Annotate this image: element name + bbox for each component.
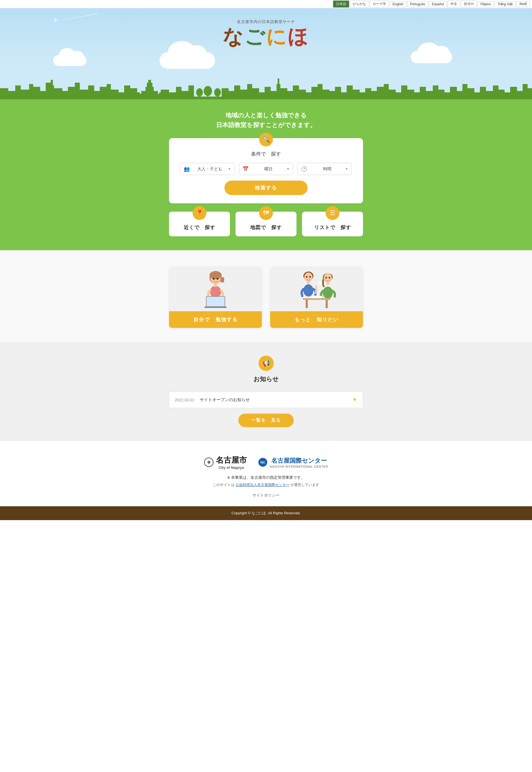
list-icon-circle: ☰ [326, 206, 339, 220]
lang-chinese[interactable]: 中文 [447, 1, 460, 7]
calendar-icon: 📅 [242, 166, 249, 172]
dropdown2-text: 曜日 [251, 166, 287, 172]
day-select[interactable]: 📅 曜日 ▼ [239, 163, 293, 175]
learn-more-card-image: ! [270, 267, 363, 311]
managed-link-text: このサイトは 公益財団法人名古屋国際センター が運営しています [0, 482, 532, 487]
lang-nepali[interactable]: नेपाली [516, 1, 530, 7]
language-bar: 日本語 ひらがな ローマ字 English Português Español … [0, 0, 532, 8]
search-button[interactable]: 検索する [224, 180, 308, 195]
nic-en: NAGOYA INTERNATIONAL CENTER [270, 465, 328, 468]
svg-point-112 [309, 276, 311, 278]
title-na: な [223, 25, 244, 48]
clock-icon: 🕐 [301, 166, 307, 172]
notice-title: お知らせ [0, 375, 532, 383]
dropdown3-arrow: ▼ [345, 167, 348, 171]
search-circle-icon: 🔍 [259, 132, 273, 146]
map-icon: 🗺 [263, 210, 269, 217]
learn-more-card-button[interactable]: もっと 知りたい [270, 311, 363, 328]
hero-subtitle: 名古屋市内の日本語教室サーチ [0, 19, 532, 24]
svg-rect-128 [311, 296, 322, 298]
managed-text: 本事業は、名古屋市の指定管理事業です。 [231, 475, 305, 480]
svg-point-108 [304, 273, 313, 282]
lang-japanese[interactable]: 日本語 [333, 1, 349, 7]
cloud-1 [160, 52, 215, 69]
list-search-option[interactable]: ☰ リストで 探す [302, 212, 363, 236]
svg-rect-125 [303, 298, 331, 300]
list-label: リストで 探す [306, 224, 359, 231]
svg-point-118 [324, 273, 332, 283]
svg-point-124 [329, 279, 331, 280]
lang-spanish[interactable]: Español [429, 1, 447, 7]
svg-point-114 [310, 278, 312, 279]
svg-rect-101 [207, 297, 224, 306]
lang-vietnamese[interactable]: Tiếng Việt [495, 1, 516, 7]
hero-title: なごにほ [0, 27, 532, 47]
girl-laptop-illustration [196, 268, 235, 310]
svg-rect-94 [0, 96, 532, 99]
megaphone-icon: 📢 [262, 360, 270, 367]
lang-korean[interactable]: 한국어 [461, 1, 477, 7]
study-card-button[interactable]: 自分で 勉強する [169, 311, 262, 328]
svg-point-121 [325, 277, 327, 279]
svg-point-123 [324, 279, 326, 280]
managed-icon: ⊕ [227, 475, 231, 480]
map-search-option[interactable]: 🗺 地図で 探す [236, 212, 296, 236]
svg-point-105 [212, 280, 214, 281]
location-icon: 📍 [196, 210, 203, 217]
lang-filipino[interactable]: Filipino [477, 1, 494, 7]
svg-point-119 [323, 287, 333, 299]
svg-rect-25 [145, 87, 154, 91]
lang-portuguese[interactable]: Português [407, 1, 428, 7]
people-talking-illustration: ! [292, 268, 342, 310]
nic-logo: NIC 名古屋国際センター NAGOYA INTERNATIONAL CENTE… [258, 457, 328, 468]
study-card[interactable]: 自分で 勉強する [169, 267, 262, 328]
study-card-image [169, 267, 262, 311]
list-icon: ☰ [330, 210, 335, 217]
managed-by-text: ⊕ 本事業は、名古屋市の指定管理事業です。 [0, 475, 532, 480]
map-label: 地図で 探す [240, 224, 292, 231]
time-select[interactable]: 🕐 時間 ▼ [297, 163, 352, 175]
magnifier-icon: 🔍 [262, 136, 270, 143]
lang-romaji[interactable]: ローマ字 [370, 1, 389, 7]
site-prefix-text: このサイトは [213, 483, 234, 487]
nearby-search-option[interactable]: 📍 近くで 探す [169, 212, 230, 236]
nagoya-city-logo: ⊕ 名古屋市 City of Nagoya [204, 455, 247, 470]
green-tagline: 地域の人と楽しく勉強できる 日本語教室を探すことができます。 [0, 110, 532, 130]
svg-point-111 [306, 276, 307, 278]
learn-more-card[interactable]: ! [270, 267, 363, 328]
search-box: 🔍 条件で 探す 👥 大人・子ども ▼ 📅 曜日 ▼ 🕐 時間 ▼ [169, 138, 363, 203]
nagoya-city-en: City of Nagoya [216, 465, 247, 470]
notice-chevron-icon: ▼ [352, 397, 357, 403]
location-icon-circle: 📍 [193, 206, 206, 220]
search-label: 条件で 探す [180, 150, 352, 157]
hero-section: ✈ 名古屋市内の日本語教室サーチ なごにほ [0, 8, 532, 250]
people-icon: 👥 [184, 166, 190, 172]
cards-section: 自分で 勉強する [0, 250, 532, 342]
site-policy-link: サイトポリシー [0, 493, 532, 498]
svg-rect-120 [326, 282, 329, 285]
lang-hiragana[interactable]: ひらがな [350, 1, 369, 7]
adult-child-select[interactable]: 👥 大人・子ども ▼ [180, 163, 235, 175]
hero-sky: ✈ 名古屋市内の日本語教室サーチ なごにほ [0, 8, 532, 99]
dropdown3-text: 時間 [309, 166, 345, 172]
title-go: ご [244, 25, 266, 48]
lang-english[interactable]: English [390, 1, 406, 7]
svg-point-109 [303, 284, 313, 297]
copyright-text: Copyright © なごにほ. All Rights Reserved. [4, 511, 528, 516]
notice-section: 📢 お知らせ 2022.03.01 サイトオープンのお知らせ ▼ 一覧を 見る [0, 342, 532, 441]
site-suffix-text: が運営しています [290, 483, 319, 487]
logos-row: ⊕ 名古屋市 City of Nagoya NIC 名古屋国際センター NAGO… [0, 455, 532, 470]
nic-link[interactable]: 公益財団法人名古屋国際センター [236, 483, 290, 487]
svg-point-97 [209, 271, 222, 279]
svg-text:NIC: NIC [260, 461, 265, 464]
svg-text:!: ! [319, 283, 319, 285]
policy-link[interactable]: サイトポリシー [252, 493, 280, 497]
notice-item[interactable]: 2022.03.01 サイトオープンのお知らせ ▼ [169, 392, 363, 408]
title-ni: に [266, 25, 288, 48]
logos-section: ⊕ 名古屋市 City of Nagoya NIC 名古屋国際センター NAGO… [0, 441, 532, 506]
svg-point-122 [329, 277, 330, 279]
airplane-icon: ✈ [53, 16, 58, 24]
dropdown1-text: 大人・子ども [192, 166, 228, 172]
svg-rect-24 [141, 91, 158, 94]
view-list-button[interactable]: 一覧を 見る [238, 414, 294, 427]
